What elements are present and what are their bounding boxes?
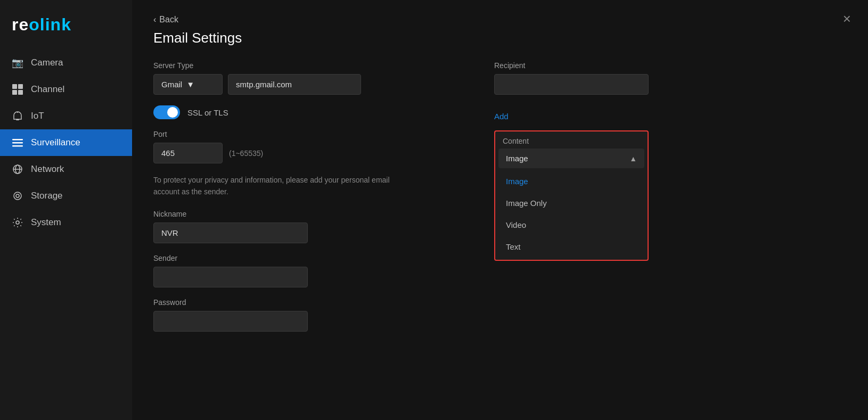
logo: reolink (0, 10, 132, 50)
network-icon (12, 163, 23, 175)
nickname-label: Nickname (153, 210, 462, 218)
add-link[interactable]: Add (494, 112, 654, 121)
content-selected-text: Image (506, 154, 528, 163)
nickname-row: Nickname (153, 210, 462, 243)
sidebar-item-surveillance[interactable]: Surveillance (0, 129, 132, 156)
ssl-label: SSL or TLS (187, 108, 228, 117)
toggle-knob (167, 107, 178, 118)
close-button[interactable]: × (843, 12, 851, 26)
iot-icon (12, 110, 23, 122)
logo-olink: olink (29, 15, 71, 34)
svg-rect-0 (12, 84, 17, 89)
sender-label: Sender (153, 254, 462, 262)
sidebar-item-label: Camera (31, 57, 63, 68)
recipient-label: Recipient (494, 61, 654, 70)
port-input[interactable] (153, 143, 223, 163)
svg-rect-7 (12, 145, 23, 147)
port-row: Port (1~65535) (153, 130, 462, 163)
system-icon (12, 217, 23, 228)
sidebar-item-iot[interactable]: IoT (0, 103, 132, 129)
back-link[interactable]: ‹ Back (153, 15, 178, 24)
sidebar-item-system[interactable]: System (0, 209, 132, 236)
svg-point-13 (16, 221, 19, 224)
content-dropdown-selected[interactable]: Image ▲ (498, 149, 644, 168)
chevron-down-icon: ▼ (186, 80, 194, 89)
ssl-toggle[interactable] (153, 105, 180, 119)
sidebar-item-network[interactable]: Network (0, 156, 132, 183)
sidebar-item-camera[interactable]: 📷 Camera (0, 50, 132, 76)
logo-text: reolink (12, 15, 71, 34)
sidebar-item-label: Storage (31, 191, 63, 201)
main-content: × ‹ Back Email Settings Server Type Gmai… (132, 0, 868, 420)
sidebar-item-label: System (31, 217, 61, 228)
sidebar-item-label: IoT (31, 111, 44, 121)
svg-rect-4 (16, 119, 19, 120)
channel-icon (12, 84, 23, 95)
password-input[interactable] (153, 311, 308, 332)
port-label: Port (153, 130, 462, 138)
svg-point-12 (16, 194, 19, 197)
sidebar-item-channel[interactable]: Channel (0, 76, 132, 103)
password-row: Password (153, 298, 462, 332)
surveillance-icon (12, 137, 23, 149)
svg-rect-5 (12, 139, 23, 141)
back-arrow-icon: ‹ (153, 15, 156, 24)
storage-icon (12, 190, 23, 202)
port-hint: (1~65535) (229, 149, 263, 158)
nickname-input[interactable] (153, 223, 308, 243)
server-type-group: Server Type Gmail ▼ (153, 61, 223, 95)
server-type-value: Gmail (161, 80, 182, 89)
sidebar: reolink 📷 Camera Channel IoT (0, 0, 132, 420)
svg-point-11 (14, 192, 21, 200)
sidebar-item-label: Surveillance (31, 137, 80, 148)
content-label: Content (495, 131, 648, 149)
form-left: Server Type Gmail ▼ SSL or TLS Port (153, 61, 462, 342)
server-type-label: Server Type (153, 61, 223, 70)
privacy-note: To protect your privacy and information,… (153, 174, 409, 198)
content-dropdown-container: Content Image ▲ Image Image Only Video T… (494, 130, 649, 261)
svg-rect-1 (18, 84, 23, 89)
content-option-video[interactable]: Video (495, 214, 648, 236)
server-type-row: Server Type Gmail ▼ (153, 61, 462, 95)
svg-rect-6 (12, 142, 23, 144)
password-label: Password (153, 298, 462, 307)
svg-rect-3 (18, 90, 23, 95)
sidebar-item-label: Network (31, 164, 64, 175)
camera-icon: 📷 (12, 57, 23, 69)
form-right: Recipient Add Content Image ▲ Image Imag… (494, 61, 654, 342)
chevron-up-icon: ▲ (629, 154, 637, 163)
logo-re: re (12, 15, 29, 34)
content-option-image-only[interactable]: Image Only (495, 192, 648, 214)
content-option-image[interactable]: Image (495, 170, 648, 192)
content-option-text[interactable]: Text (495, 236, 648, 258)
back-label: Back (159, 15, 178, 24)
page-title: Email Settings (153, 30, 847, 46)
sender-input[interactable] (153, 267, 308, 287)
sender-row: Sender (153, 254, 462, 287)
ssl-row: SSL or TLS (153, 105, 462, 119)
recipient-input[interactable] (494, 74, 649, 95)
recipient-row: Recipient (494, 61, 654, 101)
smtp-input[interactable] (228, 74, 361, 95)
form-layout: Server Type Gmail ▼ SSL or TLS Port (153, 61, 847, 342)
server-type-select[interactable]: Gmail ▼ (153, 74, 223, 95)
sidebar-item-storage[interactable]: Storage (0, 183, 132, 209)
content-dropdown-options: Image Image Only Video Text (495, 168, 648, 260)
sidebar-item-label: Channel (31, 84, 64, 95)
svg-rect-2 (12, 90, 17, 95)
